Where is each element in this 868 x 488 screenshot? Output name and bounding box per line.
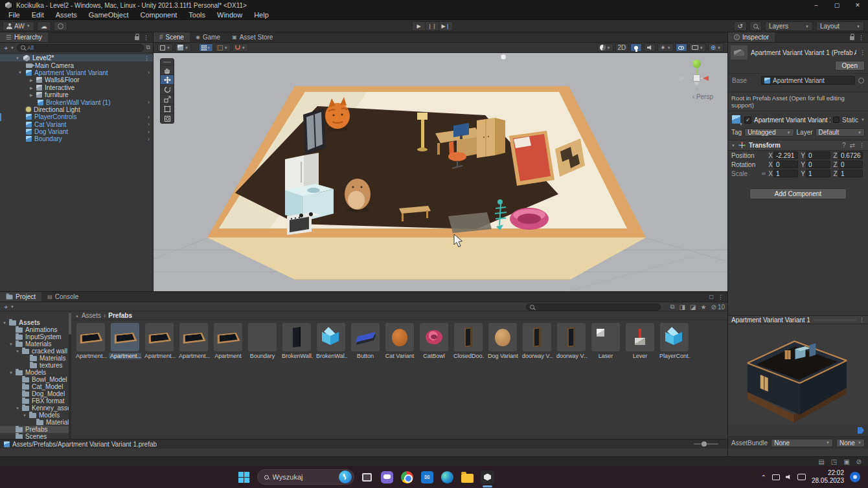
file-explorer-button[interactable]: [461, 470, 475, 484]
tree-item[interactable]: Dog_Model: [0, 390, 69, 397]
tree-item[interactable]: ▼Assets: [0, 319, 69, 326]
menu-component[interactable]: Component: [134, 10, 183, 20]
pivot-button[interactable]: ▼: [175, 43, 191, 52]
expand-arrow-icon[interactable]: ▼: [18, 71, 22, 74]
project-search-input[interactable]: [536, 304, 657, 311]
services-button[interactable]: [54, 21, 67, 31]
display-icon[interactable]: [772, 474, 780, 480]
static-dropdown-icon[interactable]: ▼: [861, 118, 865, 122]
tree-item[interactable]: ▼Materials: [0, 340, 69, 348]
create-asset-button[interactable]: ＋▼: [3, 302, 14, 311]
expand-arrow-icon[interactable]: ▶: [30, 85, 33, 90]
tab-asset-store[interactable]: ▣ Asset Store: [226, 32, 279, 42]
rotation-x-field[interactable]: 0: [773, 161, 798, 168]
asset-item[interactable]: ClosedDoo...: [452, 323, 485, 359]
tree-item[interactable]: InputSystem: [0, 333, 69, 340]
prefab-variant-icon[interactable]: ▼: [731, 115, 742, 125]
asset-item[interactable]: BrokenWall...: [280, 323, 313, 359]
hand-tool-button[interactable]: [161, 65, 174, 74]
y-axis-handle[interactable]: [692, 60, 701, 68]
favorites-icon[interactable]: ★: [701, 304, 707, 311]
asset-item[interactable]: doorway V...: [521, 323, 553, 359]
help-icon[interactable]: ?: [842, 142, 846, 149]
project-search[interactable]: [526, 304, 661, 311]
assetbundle-dropdown[interactable]: None▼: [771, 439, 833, 447]
label-filter-icon[interactable]: ◪: [690, 304, 696, 311]
hierarchy-item[interactable]: Directional Light: [0, 106, 153, 113]
transform-component-header[interactable]: ▼ Transform ? ⇄ ⋮: [728, 140, 868, 151]
menu-gameobject[interactable]: GameObject: [83, 10, 135, 20]
hierarchy-search-input[interactable]: [27, 45, 140, 51]
preview-viewport[interactable]: [728, 324, 868, 425]
console-status-icon[interactable]: ▣: [843, 458, 849, 465]
kebab-menu-icon[interactable]: ⋮: [143, 34, 149, 41]
south-axis-handle[interactable]: [694, 82, 699, 91]
scene-visibility-icon[interactable]: ⧉: [146, 44, 150, 51]
tree-item[interactable]: ▼Kenney_asset: [0, 405, 69, 412]
tab-game[interactable]: ◉ Game: [190, 32, 226, 42]
asset-item[interactable]: Boundary: [246, 323, 279, 359]
prefab-open-chevron-icon[interactable]: ›: [148, 114, 150, 120]
preview-drag-handle[interactable]: [814, 319, 856, 321]
hierarchy-item[interactable]: ▶ Interactive: [0, 84, 153, 91]
tree-item-prefabs[interactable]: Prefabs: [0, 426, 69, 433]
position-y-field[interactable]: 0: [806, 151, 830, 159]
thumbnail-size-slider[interactable]: [694, 443, 718, 445]
lock-icon[interactable]: [850, 36, 854, 40]
tree-item[interactable]: Bowl_Model: [0, 376, 69, 383]
scene-visibility-button[interactable]: [676, 43, 687, 52]
snap-increment-button[interactable]: ▼: [215, 43, 231, 52]
menu-file[interactable]: File: [3, 10, 26, 20]
tab-console[interactable]: ▤ Console: [41, 292, 84, 302]
hierarchy-item[interactable]: BrokenWall Variant (1) ›: [0, 98, 153, 105]
task-view-button[interactable]: [360, 470, 374, 484]
tag-dropdown[interactable]: Untagged▼: [744, 128, 794, 137]
tree-item[interactable]: Cat_Model: [0, 383, 69, 390]
prefab-open-chevron-icon[interactable]: ›: [148, 99, 150, 105]
cache-icon[interactable]: ◳: [831, 458, 837, 465]
draw-mode-button[interactable]: ▼: [157, 43, 173, 52]
asset-item[interactable]: Lever: [624, 323, 656, 359]
taskbar-search-input[interactable]: [273, 473, 319, 481]
hierarchy-item[interactable]: Boundary ›: [0, 135, 153, 142]
tree-item[interactable]: textures: [0, 362, 69, 369]
play-button[interactable]: ▶: [412, 21, 426, 31]
tree-item[interactable]: Materials: [0, 419, 69, 426]
taskbar-clock[interactable]: 22:02 28.05.2023: [812, 469, 844, 485]
undo-history-button[interactable]: ↺: [734, 21, 747, 31]
asset-item-selected[interactable]: Apartment...: [109, 323, 141, 359]
kebab-menu-icon[interactable]: ⋮: [718, 294, 724, 300]
notification-icon[interactable]: [850, 472, 860, 482]
activity-icon[interactable]: ▤: [818, 458, 824, 465]
asset-item[interactable]: Cat Variant: [383, 323, 416, 359]
perspective-label[interactable]: ‹ Persp: [692, 93, 713, 100]
hierarchy-search[interactable]: [17, 44, 144, 52]
position-z-field[interactable]: 0.6726: [838, 151, 863, 159]
expand-arrow-icon[interactable]: ▶: [30, 93, 33, 97]
kebab-menu-icon[interactable]: ⋮: [859, 316, 865, 323]
asset-item[interactable]: Apartment: [212, 323, 244, 359]
tray-chevron-icon[interactable]: ⌃: [761, 474, 766, 481]
rect-tool-button[interactable]: [161, 104, 174, 113]
audio-toggle-button[interactable]: [644, 43, 656, 52]
grid-snapping-button[interactable]: ▼: [199, 43, 213, 52]
tree-item[interactable]: ▼Models: [0, 369, 69, 376]
asset-item[interactable]: Laser: [589, 323, 622, 359]
taskbar-search[interactable]: [257, 469, 354, 485]
tree-item[interactable]: Animations: [0, 326, 69, 333]
asset-item[interactable]: doorway V...: [555, 323, 588, 359]
breadcrumb-current[interactable]: Prefabs: [108, 312, 132, 319]
asset-item[interactable]: Apartment...: [143, 323, 176, 359]
camera-settings-button[interactable]: ▼: [689, 43, 706, 52]
x-axis-handle[interactable]: [703, 76, 709, 81]
prefab-open-chevron-icon[interactable]: ›: [148, 136, 150, 142]
west-axis-handle[interactable]: [680, 76, 685, 81]
link-scale-icon[interactable]: ∞: [760, 170, 768, 177]
search-button[interactable]: [749, 21, 762, 31]
maximize-button[interactable]: ▢: [827, 0, 847, 10]
asset-item[interactable]: CatBowl: [418, 323, 450, 359]
close-button[interactable]: ✕: [847, 0, 868, 10]
tab-inspector[interactable]: i Inspector: [728, 32, 775, 42]
edge-button[interactable]: [440, 470, 455, 484]
package-filter-icon[interactable]: ◨: [680, 304, 685, 311]
